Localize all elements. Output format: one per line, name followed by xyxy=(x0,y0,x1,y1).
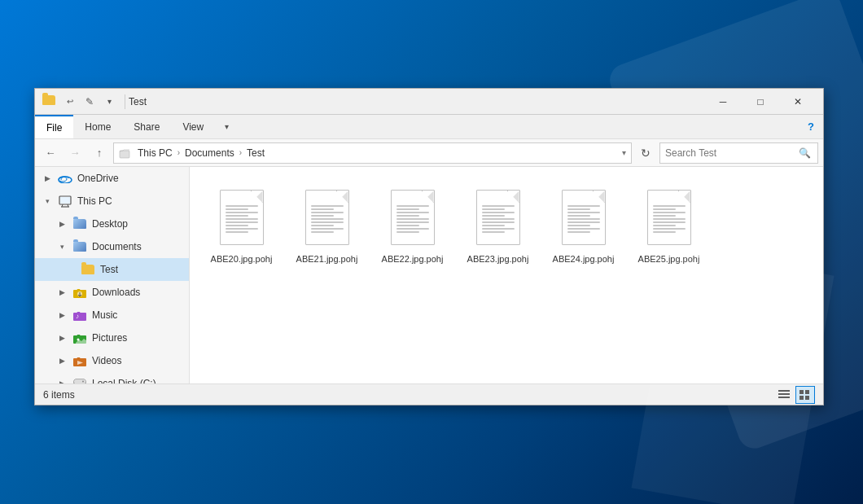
address-path[interactable]: This PC › Documents › Test ▾ xyxy=(113,142,632,164)
title-separator xyxy=(125,94,125,109)
pc-icon xyxy=(57,193,73,209)
view-buttons xyxy=(774,386,815,404)
search-icon[interactable]: 🔍 xyxy=(796,147,813,159)
window-title: Test xyxy=(129,96,704,107)
sidebar-item-music[interactable]: ▶ ♪ Music xyxy=(35,304,189,327)
menu-expand-btn[interactable]: ▾ xyxy=(215,115,238,138)
svg-rect-23 xyxy=(799,390,804,394)
menu-tab-file[interactable]: File xyxy=(35,115,73,138)
chevron-music: ▶ xyxy=(56,309,68,321)
sidebar-label-local-disk: Local Disk (C:) xyxy=(92,378,156,383)
address-bar: ← → ↑ This PC › Documents › Test ▾ ↻ 🔍 xyxy=(35,139,823,167)
help-button[interactable]: ? xyxy=(799,115,823,138)
chevron-desktop: ▶ xyxy=(56,218,68,230)
refresh-button[interactable]: ↻ xyxy=(635,142,656,164)
sidebar-item-videos[interactable]: ▶ Videos xyxy=(35,349,189,372)
path-dropdown[interactable]: ▾ xyxy=(622,148,626,157)
sidebar-label-this-pc: This PC xyxy=(77,195,112,207)
svg-text:♪: ♪ xyxy=(76,313,79,320)
doc-icon-4 xyxy=(476,190,520,245)
search-box: 🔍 xyxy=(659,142,818,164)
desktop-folder-icon xyxy=(72,216,88,232)
icons-view-button[interactable] xyxy=(795,386,815,404)
file-name-4: ABE23.jpg.pohj xyxy=(467,253,529,265)
doc-icon-3 xyxy=(391,190,435,245)
path-documents[interactable]: Documents xyxy=(182,147,238,160)
sidebar-item-test[interactable]: Test xyxy=(35,258,189,281)
status-count: 6 items xyxy=(43,389,774,401)
file-item-3[interactable]: ABE22.jpg.pohj xyxy=(374,180,451,270)
file-item-5[interactable]: ABE24.jpg.pohj xyxy=(545,180,622,270)
sidebar-item-this-pc[interactable]: ▾ This PC xyxy=(35,190,189,213)
sidebar-item-pictures[interactable]: ▶ Pictures xyxy=(35,327,189,349)
file-name-2: ABE21.jpg.pohj xyxy=(296,253,358,265)
pictures-folder-icon xyxy=(72,330,88,346)
content-area: ABE20.jpg.pohj xyxy=(190,167,823,383)
file-item[interactable]: ABE20.jpg.pohj xyxy=(203,180,280,270)
doc-icon-5 xyxy=(562,190,606,245)
file-icon-container-1 xyxy=(212,185,271,250)
status-bar: 6 items xyxy=(35,383,823,405)
search-input[interactable] xyxy=(665,147,796,159)
path-test[interactable]: Test xyxy=(243,147,268,160)
sidebar-label-desktop: Desktop xyxy=(92,218,128,230)
svg-rect-0 xyxy=(120,151,129,158)
file-item-6[interactable]: ABE25.jpg.pohj xyxy=(630,180,707,270)
quick-access-toolbar: ↩ ✎ ▾ xyxy=(42,93,118,111)
path-this-pc[interactable]: This PC xyxy=(134,147,176,160)
sidebar-label-downloads: Downloads xyxy=(92,287,140,298)
files-grid: ABE20.jpg.pohj xyxy=(203,180,810,270)
file-item-4[interactable]: ABE23.jpg.pohj xyxy=(459,180,537,270)
menu-tab-view[interactable]: View xyxy=(171,115,215,138)
chevron-this-pc: ▾ xyxy=(42,195,53,207)
sidebar-item-desktop[interactable]: ▶ Desktop xyxy=(35,213,189,235)
file-name-5: ABE24.jpg.pohj xyxy=(553,253,615,265)
path-sep-2: › xyxy=(239,148,242,157)
sidebar-item-documents[interactable]: ▾ Documents xyxy=(35,235,189,258)
svg-rect-24 xyxy=(805,390,809,394)
quick-access-btn-1[interactable]: ↩ xyxy=(61,93,79,111)
file-icon-container-2 xyxy=(298,185,357,250)
forward-button[interactable]: → xyxy=(64,142,85,164)
title-bar: ↩ ✎ ▾ Test ─ □ ✕ xyxy=(35,89,823,115)
icons-view-icon xyxy=(799,390,811,400)
svg-rect-7 xyxy=(60,197,70,204)
sidebar-item-downloads[interactable]: ▶ Downloads xyxy=(35,281,189,304)
doc-icon-6 xyxy=(647,190,691,245)
file-item-2[interactable]: ABE21.jpg.pohj xyxy=(288,180,366,270)
path-icon xyxy=(119,147,130,159)
chevron-icon: ▶ xyxy=(42,173,53,184)
file-icon-container-6 xyxy=(640,185,699,250)
maximize-button[interactable]: □ xyxy=(742,89,779,115)
file-icon-container-3 xyxy=(383,185,442,250)
explorer-window: ↩ ✎ ▾ Test ─ □ ✕ File Home Share View ▾ … xyxy=(34,88,824,405)
menu-tab-home[interactable]: Home xyxy=(73,115,122,138)
main-area: ▶ OneDrive ▾ This PC xyxy=(35,167,823,383)
details-view-icon xyxy=(778,390,790,400)
up-button[interactable]: ↑ xyxy=(89,142,110,164)
chevron-local-disk: ▶ xyxy=(56,378,68,383)
file-name-1: ABE20.jpg.pohj xyxy=(211,253,273,265)
sidebar-item-onedrive[interactable]: ▶ OneDrive xyxy=(35,167,189,190)
chevron-documents: ▾ xyxy=(56,241,68,252)
svg-rect-21 xyxy=(778,393,790,395)
minimize-button[interactable]: ─ xyxy=(704,89,742,115)
quick-access-btn-2[interactable]: ✎ xyxy=(81,93,99,111)
menu-tab-share[interactable]: Share xyxy=(122,115,171,138)
quick-access-dropdown[interactable]: ▾ xyxy=(100,93,118,111)
file-icon-container-4 xyxy=(469,185,528,250)
details-view-button[interactable] xyxy=(774,386,794,404)
sidebar-item-local-disk[interactable]: ▶ Local Disk (C:) xyxy=(35,372,189,383)
chevron-pictures: ▶ xyxy=(56,332,68,344)
svg-rect-20 xyxy=(778,390,790,392)
chevron-videos: ▶ xyxy=(56,355,68,366)
sidebar-label-music: Music xyxy=(92,309,117,321)
path-sep-1: › xyxy=(177,148,180,157)
doc-icon-2 xyxy=(305,190,349,245)
back-button[interactable]: ← xyxy=(40,142,61,164)
onedrive-icon xyxy=(57,170,73,186)
svg-rect-26 xyxy=(805,396,809,400)
file-icon-container-5 xyxy=(554,185,613,250)
close-button[interactable]: ✕ xyxy=(779,89,817,115)
test-folder-icon xyxy=(80,261,96,278)
